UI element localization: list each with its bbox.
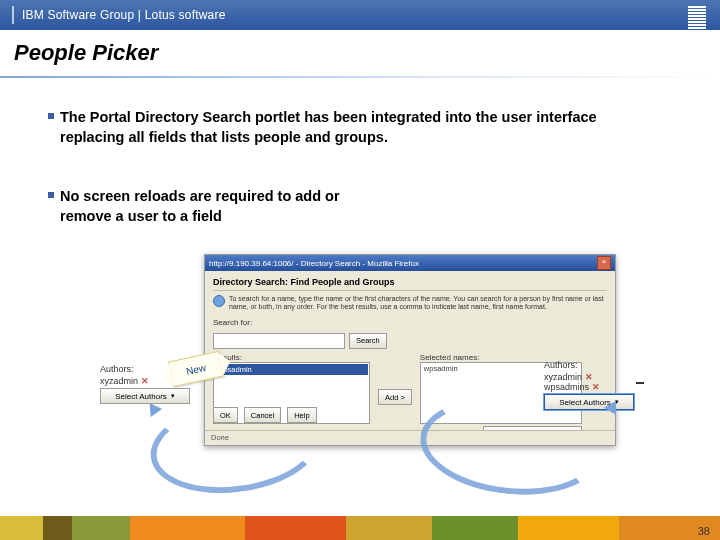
search-label: Search for: [213,318,252,327]
ibm-logo [688,6,706,29]
bullet-list: The Portal Directory Search portlet has … [48,108,692,226]
result-item[interactable]: wpsadmin [215,364,368,375]
add-button[interactable]: Add > [378,389,412,405]
chevron-down-icon: ▾ [171,392,175,400]
dialog-info: To search for a name, type the name or t… [213,295,607,312]
info-icon [213,295,225,307]
header-bar: IBM Software Group | Lotus software [0,0,720,30]
dialog-title-text: http://9.190.39.64:1006/ - Directory Sea… [209,259,419,268]
dialog-info-text: To search for a name, type the name or t… [229,295,607,312]
authors-value: wpsadmins [544,382,589,392]
dialog-titlebar: http://9.190.39.64:1006/ - Directory Sea… [205,255,615,271]
footer-bar [0,516,720,540]
header-divider [12,6,14,24]
search-button[interactable]: Search [349,333,387,349]
dash-mark [636,382,644,384]
remove-chip-icon[interactable]: ✕ [141,376,149,386]
title-underline [0,76,720,78]
dialog-heading: Directory Search: Find People and Groups [213,277,607,287]
authors-value: xyzadmin [544,372,582,382]
authors-label: Authors: [544,360,634,370]
header-title: IBM Software Group | Lotus software [22,8,226,22]
results-label: Results: [213,353,370,362]
close-icon[interactable]: × [597,256,611,270]
authors-value: xyzadmin [100,376,138,386]
remove-chip-icon[interactable]: ✕ [592,382,600,392]
select-authors-button[interactable]: Select Authors▾ [100,388,190,404]
bullet-1: The Portal Directory Search portlet has … [48,108,660,147]
dialog-separator [213,290,607,291]
slide-title: People Picker [14,40,720,66]
search-input[interactable] [213,333,345,349]
page-number: 38 [698,525,710,537]
remove-chip-icon[interactable]: ✕ [585,372,593,382]
bullet-2: No screen reloads are required to add or… [48,187,390,226]
